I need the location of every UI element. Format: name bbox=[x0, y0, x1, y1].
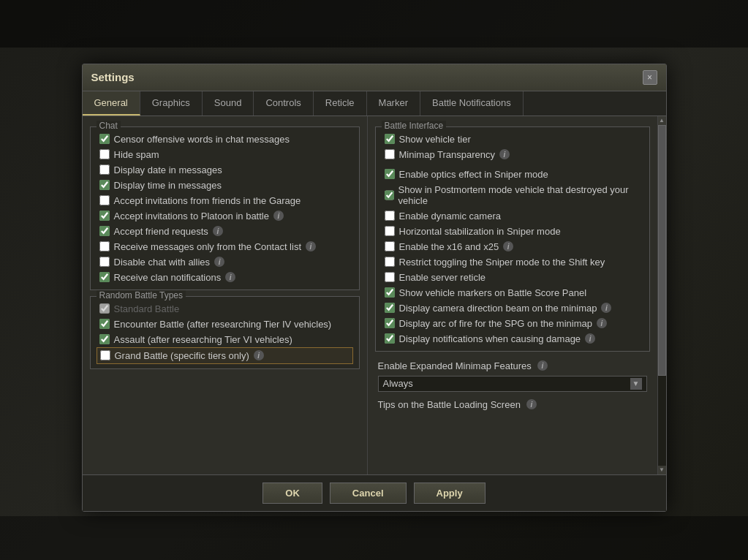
scrollbar-up-arrow[interactable]: ▲ bbox=[658, 116, 666, 125]
grand-battle-checkbox[interactable] bbox=[100, 350, 110, 360]
censor-label: Censor offensive words in chat messages bbox=[114, 134, 290, 145]
info-icon[interactable]: i bbox=[214, 257, 224, 267]
scrollbar-thumb[interactable] bbox=[658, 125, 666, 376]
info-icon[interactable]: i bbox=[537, 360, 548, 371]
list-item: Enable the x16 and x25 i bbox=[382, 239, 643, 254]
cancel-button[interactable]: Cancel bbox=[330, 483, 407, 504]
scrollbar-down-arrow[interactable]: ▼ bbox=[658, 466, 666, 474]
info-icon[interactable]: i bbox=[526, 399, 537, 409]
display-notifications-damage-checkbox[interactable] bbox=[385, 333, 395, 344]
modal-overlay: Settings × General Graphics Sound Contro… bbox=[0, 0, 748, 560]
expanded-minimap-dropdown[interactable]: Always ▼ bbox=[378, 376, 647, 392]
list-item: Enable server reticle bbox=[382, 270, 643, 285]
display-camera-direction-label: Display camera direction beam on the min… bbox=[399, 303, 597, 314]
tab-reticle[interactable]: Reticle bbox=[314, 91, 367, 116]
info-icon[interactable]: i bbox=[601, 303, 611, 313]
modal-header: Settings × bbox=[83, 64, 666, 91]
list-item: Disable chat with allies i bbox=[97, 254, 353, 270]
tab-bar: General Graphics Sound Controls Reticle … bbox=[83, 91, 666, 116]
standard-battle-checkbox[interactable] bbox=[99, 303, 110, 314]
list-item: Standard Battle bbox=[97, 301, 353, 317]
list-item: Accept invitations to Platoon in battle … bbox=[97, 208, 353, 224]
minimap-transparency-checkbox[interactable] bbox=[385, 149, 395, 159]
accept-platoon-checkbox[interactable] bbox=[99, 211, 110, 221]
list-item: Accept invitations from friends in the G… bbox=[97, 193, 353, 208]
list-item: Display date in messages bbox=[97, 162, 353, 178]
info-icon[interactable]: i bbox=[213, 226, 223, 236]
accept-friend-checkbox[interactable] bbox=[99, 226, 110, 236]
show-vehicle-markers-checkbox[interactable] bbox=[385, 287, 395, 298]
list-item: Minimap Transparency i bbox=[382, 147, 643, 162]
display-notifications-damage-label: Display notifications when causing damag… bbox=[399, 333, 581, 344]
display-arc-fire-checkbox[interactable] bbox=[385, 318, 395, 328]
show-postmortem-checkbox[interactable] bbox=[385, 190, 394, 200]
enable-dynamic-camera-checkbox[interactable] bbox=[385, 211, 395, 221]
apply-button[interactable]: Apply bbox=[414, 483, 486, 504]
settings-modal: Settings × General Graphics Sound Contro… bbox=[82, 64, 667, 512]
tab-general[interactable]: General bbox=[83, 91, 140, 116]
list-item: Enable dynamic camera bbox=[382, 208, 643, 224]
info-icon[interactable]: i bbox=[597, 318, 607, 328]
scrollbar[interactable]: ▲ ▼ bbox=[657, 116, 666, 474]
display-time-label: Display time in messages bbox=[114, 180, 222, 191]
enable-server-reticle-checkbox[interactable] bbox=[385, 272, 395, 282]
expanded-minimap-label: Enable Expanded Minimap Features bbox=[378, 360, 532, 371]
enable-x16-checkbox[interactable] bbox=[385, 241, 395, 251]
receive-contact-label: Receive messages only from the Contact l… bbox=[114, 241, 302, 252]
left-panel: Chat Censor offensive words in chat mess… bbox=[83, 116, 368, 474]
battle-loading-row: Tips on the Battle Loading Screen i bbox=[375, 396, 650, 413]
list-item: Show vehicle markers on Battle Score Pan… bbox=[382, 285, 643, 300]
close-button[interactable]: × bbox=[643, 70, 657, 85]
receive-clan-label: Receive clan notifications bbox=[114, 272, 222, 283]
info-icon[interactable]: i bbox=[503, 241, 513, 251]
dropdown-arrow-icon: ▼ bbox=[630, 378, 642, 390]
info-icon[interactable]: i bbox=[254, 350, 264, 360]
show-vehicle-tier-checkbox[interactable] bbox=[385, 134, 395, 144]
display-camera-direction-checkbox[interactable] bbox=[385, 303, 395, 313]
display-date-checkbox[interactable] bbox=[99, 164, 110, 175]
assault-battle-checkbox[interactable] bbox=[99, 334, 110, 344]
disable-chat-label: Disable chat with allies bbox=[114, 257, 211, 268]
list-item: Accept friend requests i bbox=[97, 224, 353, 239]
assault-battle-label: Assault (after researching Tier VI vehic… bbox=[114, 334, 292, 345]
enable-optics-checkbox[interactable] bbox=[385, 169, 395, 179]
show-vehicle-tier-label: Show vehicle tier bbox=[399, 134, 471, 145]
battle-types-section: Random Battle Types Standard Battle Enco… bbox=[90, 296, 360, 369]
chat-section-title: Chat bbox=[97, 121, 121, 131]
list-item: Grand Battle (specific tiers only) i bbox=[97, 347, 353, 364]
encounter-battle-checkbox[interactable] bbox=[99, 319, 110, 329]
tab-graphics[interactable]: Graphics bbox=[140, 91, 203, 116]
list-item: Receive clan notifications i bbox=[97, 270, 353, 285]
receive-clan-checkbox[interactable] bbox=[99, 272, 110, 282]
battle-types-title: Random Battle Types bbox=[97, 290, 186, 300]
info-icon[interactable]: i bbox=[585, 333, 595, 344]
info-icon[interactable]: i bbox=[306, 241, 316, 251]
horizontal-stabilization-label: Horizontal stabilization in Sniper mode bbox=[399, 226, 561, 237]
right-panel: Battle Interface Show vehicle tier Minim… bbox=[368, 116, 657, 474]
accept-garage-checkbox[interactable] bbox=[99, 195, 110, 205]
horizontal-stabilization-checkbox[interactable] bbox=[385, 226, 395, 236]
receive-contact-checkbox[interactable] bbox=[99, 241, 110, 251]
hide-spam-checkbox[interactable] bbox=[99, 149, 110, 159]
list-item: Display camera direction beam on the min… bbox=[382, 300, 643, 316]
tab-battle-notifications[interactable]: Battle Notifications bbox=[420, 91, 524, 116]
info-icon[interactable]: i bbox=[273, 211, 284, 221]
ok-button[interactable]: OK bbox=[262, 483, 322, 504]
list-item: Restrict toggling the Sniper mode to the… bbox=[382, 254, 643, 270]
display-time-checkbox[interactable] bbox=[99, 180, 110, 190]
censor-checkbox[interactable] bbox=[99, 134, 110, 144]
list-item: Assault (after researching Tier VI vehic… bbox=[97, 332, 353, 347]
modal-content: Chat Censor offensive words in chat mess… bbox=[83, 116, 666, 474]
restrict-sniper-checkbox[interactable] bbox=[385, 257, 395, 267]
info-icon[interactable]: i bbox=[225, 272, 235, 282]
disable-chat-checkbox[interactable] bbox=[99, 257, 110, 267]
list-item: Encounter Battle (after researching Tier… bbox=[97, 317, 353, 332]
info-icon[interactable]: i bbox=[499, 149, 510, 159]
list-item: Show vehicle tier bbox=[382, 132, 643, 147]
tab-controls[interactable]: Controls bbox=[254, 91, 313, 116]
restrict-sniper-label: Restrict toggling the Sniper mode to the… bbox=[399, 257, 605, 268]
hide-spam-label: Hide spam bbox=[114, 149, 159, 160]
list-item: Hide spam bbox=[97, 147, 353, 162]
tab-sound[interactable]: Sound bbox=[203, 91, 254, 116]
tab-marker[interactable]: Marker bbox=[367, 91, 420, 116]
